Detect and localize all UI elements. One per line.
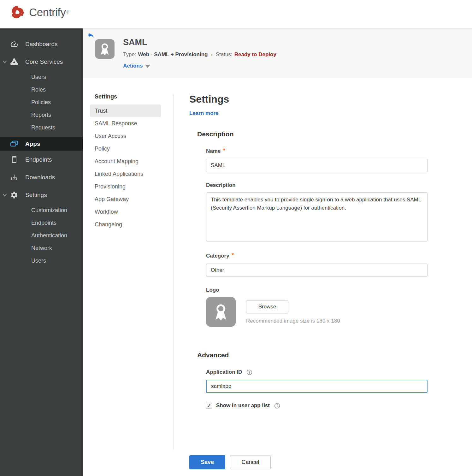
subnav-item-changelog[interactable]: Changelog xyxy=(90,218,161,231)
description-field[interactable]: This template enables you to provide sin… xyxy=(206,192,428,241)
subnav-item-workflow[interactable]: Workflow xyxy=(90,205,161,218)
status-label: Status: xyxy=(216,51,233,58)
apps-icon xyxy=(9,140,19,148)
sidebar-item-authentication[interactable]: Authentication xyxy=(0,229,83,242)
form-actions: Save Cancel xyxy=(189,455,271,469)
browse-button[interactable]: Browse xyxy=(246,300,288,313)
subnav-item-provisioning[interactable]: Provisioning xyxy=(90,180,161,193)
sidebar-item-settings[interactable]: Settings xyxy=(0,186,83,204)
dashboard-gauge-icon xyxy=(9,40,19,48)
category-field[interactable] xyxy=(206,264,428,277)
type-value: Web - SAML + Provisioning xyxy=(138,51,208,58)
application-id-field[interactable] xyxy=(206,380,428,393)
sidebar-item-network[interactable]: Network xyxy=(0,242,83,254)
chevron-down-icon xyxy=(0,193,9,197)
page-title: Settings xyxy=(189,93,428,105)
actions-label: Actions xyxy=(123,63,143,69)
description-section-heading: Description xyxy=(197,130,428,138)
type-label: Type: xyxy=(123,51,136,58)
info-icon[interactable] xyxy=(246,369,252,375)
award-ribbon-icon xyxy=(211,302,231,322)
settings-form: Settings Learn more Description Name * D… xyxy=(189,93,428,409)
sidebar-item-reports[interactable]: Reports xyxy=(0,109,83,121)
chevron-down-icon xyxy=(0,60,9,63)
checkmark-icon: ✓ xyxy=(207,403,211,408)
centrify-swirl-icon xyxy=(9,4,25,20)
logo-preview xyxy=(206,297,236,327)
settings-subnav: Settings Trust SAML Response User Access… xyxy=(90,93,161,231)
app-title: SAML xyxy=(123,38,147,47)
sidebar-item-label: Downloads xyxy=(25,174,55,181)
sidebar-item-settings-endpoints[interactable]: Endpoints xyxy=(0,217,83,229)
sidebar: Dashboards Core Services Users Roles Pol… xyxy=(0,28,83,476)
back-arrow-icon[interactable] xyxy=(87,31,95,39)
content-body: Settings Trust SAML Response User Access… xyxy=(83,78,472,476)
advanced-section-heading: Advanced xyxy=(197,351,428,359)
required-asterisk: * xyxy=(232,253,234,257)
subnav-item-policy[interactable]: Policy xyxy=(90,142,161,155)
logo-size-hint: Recommended image size is 180 x 180 xyxy=(246,318,340,324)
smartphone-icon xyxy=(9,156,19,164)
sidebar-item-label: Core Services xyxy=(25,58,63,65)
sidebar-item-policies[interactable]: Policies xyxy=(0,96,83,109)
subnav-item-saml-response[interactable]: SAML Response xyxy=(90,117,161,130)
description-label: Description xyxy=(206,182,236,188)
subnav-item-app-gateway[interactable]: App Gateway xyxy=(90,193,161,205)
sidebar-item-dashboards[interactable]: Dashboards xyxy=(0,35,83,53)
brand-name: Centrify xyxy=(29,6,66,19)
award-ribbon-icon xyxy=(97,42,112,56)
subnav-item-linked-applications[interactable]: Linked Applications xyxy=(90,168,161,180)
learn-more-link[interactable]: Learn more xyxy=(189,110,219,116)
application-id-label: Application ID xyxy=(206,369,242,375)
name-label: Name xyxy=(206,148,221,154)
sidebar-item-apps[interactable]: Apps xyxy=(0,137,83,151)
sidebar-item-roles[interactable]: Roles xyxy=(0,83,83,96)
subnav-item-trust[interactable]: Trust xyxy=(90,104,161,117)
download-icon xyxy=(9,174,19,181)
name-field[interactable] xyxy=(206,159,428,172)
sidebar-item-customization[interactable]: Customization xyxy=(0,204,83,217)
sidebar-item-label: Endpoints xyxy=(25,156,52,163)
core-services-icon xyxy=(9,58,19,66)
brand-trademark: ® xyxy=(67,10,69,15)
subnav-heading: Settings xyxy=(90,93,161,100)
subnav-item-user-access[interactable]: User Access xyxy=(90,130,161,142)
status-value: Ready to Deploy xyxy=(234,51,276,58)
actions-dropdown[interactable]: Actions xyxy=(123,63,150,69)
info-icon[interactable] xyxy=(274,403,280,409)
vertical-divider xyxy=(174,95,174,450)
sidebar-item-label: Dashboards xyxy=(25,41,57,48)
sidebar-item-requests[interactable]: Requests xyxy=(0,121,83,134)
page: Centrify ® Dashboards Core Services User… xyxy=(0,0,472,476)
required-asterisk: * xyxy=(223,148,225,152)
sidebar-item-endpoints[interactable]: Endpoints xyxy=(0,151,83,169)
sidebar-item-label: Settings xyxy=(25,192,47,199)
sidebar-item-label: Apps xyxy=(25,140,40,147)
cancel-button[interactable]: Cancel xyxy=(230,455,271,469)
meta-separator: • xyxy=(211,52,212,57)
subnav-item-account-mapping[interactable]: Account Mapping xyxy=(90,155,161,168)
show-in-user-app-list-label: Show in user app list xyxy=(216,402,270,409)
sidebar-item-users[interactable]: Users xyxy=(0,71,83,83)
logo-label: Logo xyxy=(206,287,219,293)
top-bar: Centrify ® xyxy=(0,0,472,28)
app-logo-badge xyxy=(95,39,115,59)
app-header: SAML Type: Web - SAML + Provisioning • S… xyxy=(83,28,472,78)
sidebar-item-downloads[interactable]: Downloads xyxy=(0,169,83,186)
app-meta: Type: Web - SAML + Provisioning • Status… xyxy=(123,51,276,58)
show-in-user-app-list-checkbox[interactable]: ✓ xyxy=(206,403,212,409)
save-button[interactable]: Save xyxy=(189,455,225,469)
sidebar-item-settings-users[interactable]: Users xyxy=(0,254,83,267)
sidebar-item-core-services[interactable]: Core Services xyxy=(0,53,83,71)
gear-icon xyxy=(9,191,19,199)
category-label: Category xyxy=(206,253,229,259)
caret-down-icon xyxy=(145,65,150,68)
centrify-logo: Centrify ® xyxy=(9,4,69,20)
